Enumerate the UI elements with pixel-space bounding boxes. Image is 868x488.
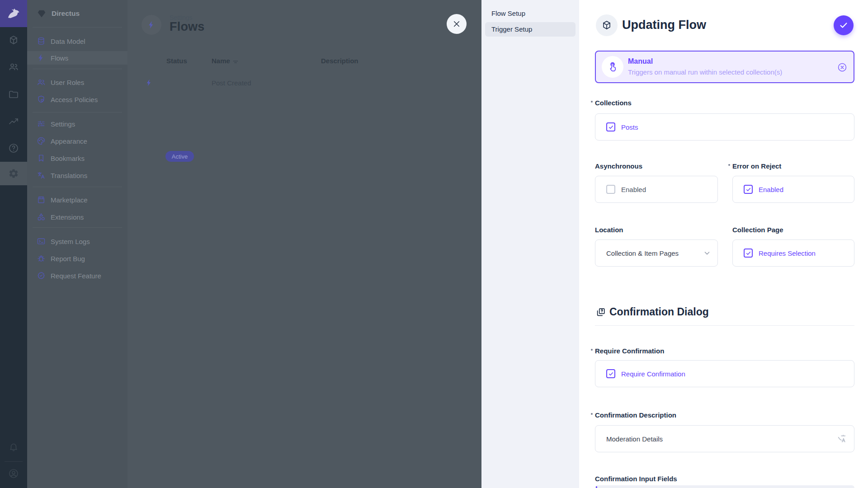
field-label-location: Location xyxy=(595,226,623,234)
checkbox-posts[interactable] xyxy=(606,122,615,131)
checkbox-error-on-reject[interactable] xyxy=(744,185,753,194)
sidebar-item-bookmarks[interactable]: Bookmarks xyxy=(27,151,127,165)
drawer-close-button[interactable] xyxy=(447,14,467,34)
sidebar-item-report-bug[interactable]: Report Bug xyxy=(27,252,127,265)
project-name: Directus xyxy=(52,9,80,18)
sidebar-item-access-policies[interactable]: Access Policies xyxy=(27,93,127,106)
section-title: Confirmation Dialog xyxy=(609,306,709,318)
user-avatar[interactable] xyxy=(0,468,27,479)
bookmark-icon xyxy=(37,154,46,163)
error-on-reject-field: Enabled xyxy=(732,176,854,203)
trigger-card-title: Manual xyxy=(628,57,653,66)
checkbox-label-requires-selection[interactable]: Requires Selection xyxy=(759,249,816,257)
sidebar-item-data-model[interactable]: Data Model xyxy=(27,34,127,48)
sidebar-item-label: Appearance xyxy=(51,137,87,145)
manual-trigger-icon-circle xyxy=(602,56,623,78)
column-header-name[interactable]: Name xyxy=(212,57,230,65)
location-select[interactable]: Collection & Item Pages xyxy=(595,239,718,267)
section-divider xyxy=(595,325,854,326)
sidebar-item-appearance[interactable]: Appearance xyxy=(27,134,127,148)
rabbit-logo-icon xyxy=(6,6,21,21)
checkbox-asynchronous[interactable] xyxy=(606,185,615,194)
translate-icon[interactable] xyxy=(837,434,847,444)
settings-module-active[interactable] xyxy=(0,162,27,185)
check-icon xyxy=(608,371,614,377)
table-row[interactable]: Active Post Created xyxy=(127,74,481,92)
directus-logo[interactable] xyxy=(0,0,27,27)
sidebar-item-label: Data Model xyxy=(51,38,85,45)
terminal-icon xyxy=(37,237,46,246)
save-button[interactable] xyxy=(834,15,854,35)
flow-bolt-icon xyxy=(145,79,153,87)
sidebar-item-label: Marketplace xyxy=(51,196,88,204)
sidebar-item-flows[interactable]: Flows xyxy=(27,51,127,65)
check-icon xyxy=(745,187,751,192)
collection-page-field: Requires Selection xyxy=(732,239,854,267)
sidebar-item-extensions[interactable]: Extensions xyxy=(27,210,127,224)
translate-icon xyxy=(37,171,46,180)
sidebar-item-settings[interactable]: Settings xyxy=(27,117,127,131)
confirmation-description-input[interactable]: Moderation Details xyxy=(595,425,854,452)
checkbox-label-require-confirmation[interactable]: Require Confirmation xyxy=(621,370,685,378)
chevron-down-icon xyxy=(703,249,711,257)
drawer-nav: Flow Setup Trigger Setup xyxy=(481,0,579,488)
help-module-icon[interactable] xyxy=(0,143,27,154)
field-label-confirmation-description: Confirmation Description xyxy=(595,411,676,419)
circle-x-icon xyxy=(837,62,847,72)
sort-icon[interactable] xyxy=(232,59,239,65)
required-dot xyxy=(591,101,593,103)
files-module-folder-icon[interactable] xyxy=(0,89,27,100)
deselect-trigger-icon[interactable] xyxy=(837,62,847,72)
sidebar-item-label: Request Feature xyxy=(51,272,101,280)
sidebar-item-system-logs[interactable]: System Logs xyxy=(27,235,127,248)
content-module-box-icon[interactable] xyxy=(0,35,27,46)
confirmation-input-fields-list-top[interactable] xyxy=(595,485,854,488)
users-module-icon[interactable] xyxy=(0,61,27,72)
sidebar-item-label: Report Bug xyxy=(51,255,85,263)
checkbox-label-error-on-reject[interactable]: Enabled xyxy=(759,186,783,193)
asynchronous-field: Enabled xyxy=(595,176,718,203)
field-label-asynchronous: Asynchronous xyxy=(595,162,642,170)
sidebar-item-request-feature[interactable]: Request Feature xyxy=(27,269,127,282)
nav-item-flow-setup[interactable]: Flow Setup xyxy=(485,6,576,21)
module-bar xyxy=(0,0,27,488)
sidebar-item-label: Extensions xyxy=(51,213,84,221)
sidebar-divider xyxy=(33,27,122,28)
field-label-require-confirmation: Require Confirmation xyxy=(595,347,664,355)
required-dot xyxy=(591,349,593,351)
checkbox-label-asynchronous[interactable]: Enabled xyxy=(621,186,646,193)
sidebar-divider xyxy=(33,187,122,187)
gem-icon xyxy=(37,9,47,19)
checkbox-label-posts[interactable]: Posts xyxy=(621,123,638,131)
bolt-icon xyxy=(147,20,156,29)
close-icon xyxy=(453,20,461,28)
column-header-description: Description xyxy=(321,57,359,65)
flows-page: Settings Flows Status Name Description A… xyxy=(127,0,481,488)
sidebar-item-user-roles[interactable]: User Roles xyxy=(27,75,127,89)
module-bar-divider xyxy=(5,461,23,462)
notifications-bell-icon[interactable] xyxy=(0,442,27,453)
field-label-collections: Collections xyxy=(595,99,632,107)
insights-module-chart-icon[interactable] xyxy=(0,116,27,127)
trigger-card-subtitle: Triggers on manual run within selected c… xyxy=(628,68,782,76)
field-label-collection-page: Collection Page xyxy=(732,226,783,234)
checkbox-requires-selection[interactable] xyxy=(744,249,753,258)
sidebar-item-label: Access Policies xyxy=(51,96,98,103)
trigger-type-card[interactable]: Manual Triggers on manual run within sel… xyxy=(595,51,854,83)
checkbox-require-confirmation[interactable] xyxy=(606,369,615,378)
sidebar-item-label: User Roles xyxy=(51,79,84,86)
sidebar-item-marketplace[interactable]: Marketplace xyxy=(27,193,127,206)
group-icon xyxy=(37,78,46,87)
sidebar-item-translations[interactable]: Translations xyxy=(27,169,127,182)
nav-item-trigger-setup[interactable]: Trigger Setup xyxy=(485,22,576,37)
sidebar-item-label: Translations xyxy=(51,172,87,179)
project-header[interactable]: Directus xyxy=(27,0,127,27)
settings-sidebar: Directus Data Model Flows User Roles Acc… xyxy=(27,0,127,488)
tune-icon xyxy=(37,119,46,128)
sidebar-divider xyxy=(33,227,122,228)
sidebar-item-label: Settings xyxy=(51,120,75,128)
shapes-icon xyxy=(37,212,46,221)
sidebar-item-label: System Logs xyxy=(51,238,90,245)
required-dot xyxy=(591,413,593,415)
field-label-confirmation-input-fields: Confirmation Input Fields xyxy=(595,475,677,483)
